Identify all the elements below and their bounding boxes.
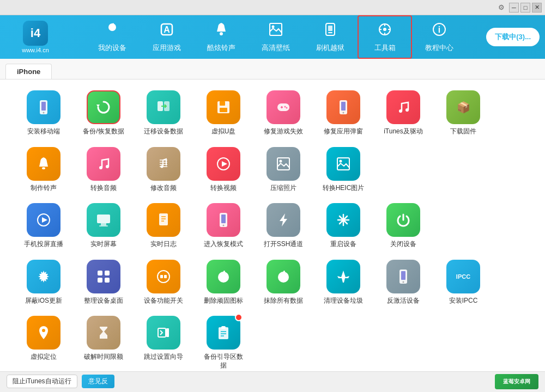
svg-point-28 xyxy=(399,109,402,113)
ringtones-nav-label: 酷炫铃声 xyxy=(207,43,235,53)
convert-heic-label: 转换HEIC图片 xyxy=(323,184,365,193)
tool-item-recovery-mode[interactable]: 进入恢复模式 xyxy=(202,203,245,249)
virtual-location-label: 虚拟定位 xyxy=(31,353,57,362)
nav-item-tutorial[interactable]: i教程中心 xyxy=(412,15,467,59)
svg-point-39 xyxy=(340,160,342,162)
tool-item-block-ios-update[interactable]: 屏蔽iOS更新 xyxy=(22,260,65,305)
svg-marker-41 xyxy=(42,217,47,223)
tool-item-skip-setup[interactable]: 跳过设置向导 xyxy=(142,316,185,370)
svg-point-62 xyxy=(42,329,45,332)
tool-item-fix-app[interactable]: 修复应用弹窗 xyxy=(322,90,365,136)
migrate-data-icon-wrap xyxy=(147,90,180,124)
fix-app-icon-wrap xyxy=(326,90,360,124)
device-toggle-label: 设备功能开关 xyxy=(144,297,183,305)
backup-restore-label: 备份/恢复数据 xyxy=(83,127,124,136)
download-button[interactable]: 下载中(3)... xyxy=(486,28,540,46)
tool-item-migrate-data[interactable]: 迁移设备数据 xyxy=(142,90,185,136)
deactivate-icon-wrap xyxy=(386,260,420,293)
tool-item-download-firmware[interactable]: 📦下载固件 xyxy=(441,90,485,136)
virtual-udisk-icon-wrap xyxy=(207,90,240,124)
gear-icon[interactable]: ⚙ xyxy=(498,3,505,11)
prevent-itunes-button[interactable]: 阻止iTunes自动运行 xyxy=(7,375,77,388)
backup-guide-badge xyxy=(235,314,243,321)
nav-item-ringtones[interactable]: 酷炫铃声 xyxy=(194,15,249,59)
tool-item-break-time[interactable]: 破解时间限额 xyxy=(82,316,125,370)
svg-rect-36 xyxy=(277,158,289,170)
header: i4 www.i4.cn 我的设备A应用游戏酷炫铃声高清壁纸刷机越狱工具箱i教程… xyxy=(0,15,545,59)
svg-rect-50 xyxy=(98,271,102,275)
tool-item-virtual-location[interactable]: 虚拟定位 xyxy=(22,316,65,370)
tool-item-make-ringtone[interactable]: 制作铃声 xyxy=(22,147,65,193)
nav-item-app-games[interactable]: A应用游戏 xyxy=(140,15,194,59)
svg-rect-47 xyxy=(221,215,226,223)
svg-rect-44 xyxy=(99,225,108,226)
nav-item-jailbreak[interactable]: 刷机越狱 xyxy=(303,15,358,59)
realtime-log-icon-wrap xyxy=(147,203,180,237)
logo-text: i4 xyxy=(31,26,40,40)
tool-item-restart-device[interactable]: 重启设备 xyxy=(322,203,365,249)
tool-item-organize-desktop[interactable]: 整理设备桌面 xyxy=(82,260,125,305)
tool-item-realtime-screen[interactable]: 实时屏幕 xyxy=(82,203,125,249)
svg-point-30 xyxy=(42,167,45,169)
backup-restore-icon-wrap xyxy=(87,90,120,124)
organize-desktop-icon-wrap xyxy=(87,260,120,293)
svg-point-48 xyxy=(223,225,225,226)
close-button[interactable]: ✕ xyxy=(532,3,542,13)
tool-item-screen-cast[interactable]: 手机投屏直播 xyxy=(22,203,65,249)
svg-point-54 xyxy=(158,271,169,283)
svg-text:A: A xyxy=(164,25,170,34)
tool-item-itunes-driver[interactable]: iTunes及驱动 xyxy=(382,90,425,136)
realtime-screen-label: 实时屏幕 xyxy=(90,240,117,249)
tool-item-device-toggle[interactable]: 设备功能开关 xyxy=(142,260,185,305)
modify-audio-label: 修改音频 xyxy=(150,184,177,193)
nav-item-toolbox[interactable]: 工具箱 xyxy=(358,15,412,59)
realtime-log-label: 实时日志 xyxy=(150,240,177,249)
tool-item-modify-audio[interactable]: 修改音频 xyxy=(142,147,185,193)
nav-item-wallpaper[interactable]: 高清壁纸 xyxy=(249,15,303,59)
tool-item-clean-junk[interactable]: 清理设备垃圾 xyxy=(322,260,365,305)
tool-item-delete-icon[interactable]: 删除顽固图标 xyxy=(202,260,245,305)
svg-rect-53 xyxy=(105,278,110,283)
install-app-icon-wrap xyxy=(27,90,60,124)
svg-marker-35 xyxy=(222,161,227,167)
nav-item-my-device[interactable]: 我的设备 xyxy=(85,15,140,59)
svg-point-0 xyxy=(108,23,116,31)
tool-row-4: 虚拟定位破解时间限额跳过设置向导备份引导区数据 xyxy=(22,316,523,370)
make-ringtone-label: 制作铃声 xyxy=(31,184,57,193)
minimize-button[interactable]: ─ xyxy=(509,3,519,13)
tool-item-backup-restore[interactable]: 备份/恢复数据 xyxy=(82,90,125,136)
tool-item-fix-game[interactable]: 修复游戏失效 xyxy=(262,90,305,136)
delete-icon-icon-wrap xyxy=(207,260,240,293)
tool-item-convert-audio[interactable]: 转换音频 xyxy=(82,147,125,193)
maximize-button[interactable]: □ xyxy=(520,3,530,13)
svg-point-24 xyxy=(286,107,288,109)
svg-rect-22 xyxy=(277,103,289,111)
tool-item-compress-photo[interactable]: 压缩照片 xyxy=(262,147,305,193)
tool-item-convert-heic[interactable]: 转换HEIC图片 xyxy=(322,147,365,193)
modify-audio-icon-wrap xyxy=(147,147,180,181)
block-ios-update-icon-wrap xyxy=(27,260,60,293)
tool-item-convert-video[interactable]: 转换视频 xyxy=(202,147,245,193)
download-firmware-icon-wrap: 📦 xyxy=(446,90,480,124)
tool-item-install-ipcc[interactable]: IPCC安装IPCC xyxy=(441,260,485,305)
tool-item-realtime-log[interactable]: 实时日志 xyxy=(142,203,185,249)
tab-iphone[interactable]: iPhone xyxy=(5,64,52,79)
tool-item-ssh-tunnel[interactable]: 打开SSH通道 xyxy=(262,203,305,249)
brand-logo: 蓝莓安卓网 xyxy=(495,374,538,389)
svg-text:i: i xyxy=(438,25,440,34)
feedback-button[interactable]: 意见反 xyxy=(82,375,114,388)
tool-item-deactivate[interactable]: 反激活设备 xyxy=(382,260,425,305)
tool-item-install-app[interactable]: 安装移动端 xyxy=(22,90,65,136)
block-ios-update-label: 屏蔽iOS更新 xyxy=(25,297,62,305)
tool-item-shutdown-device[interactable]: 关闭设备 xyxy=(382,203,425,249)
tool-item-erase-data[interactable]: 抹除所有数据 xyxy=(262,260,305,305)
compress-photo-icon-wrap xyxy=(267,147,300,181)
tool-item-virtual-udisk[interactable]: 虚拟U盘 xyxy=(202,90,245,136)
fix-app-label: 修复应用弹窗 xyxy=(324,127,363,136)
convert-heic-icon-wrap xyxy=(326,147,360,181)
svg-point-15 xyxy=(43,112,45,114)
svg-rect-45 xyxy=(159,213,168,225)
tool-item-backup-guide[interactable]: 备份引导区数据 xyxy=(202,316,245,370)
svg-point-29 xyxy=(405,108,409,112)
device-toggle-icon-wrap xyxy=(147,260,180,293)
